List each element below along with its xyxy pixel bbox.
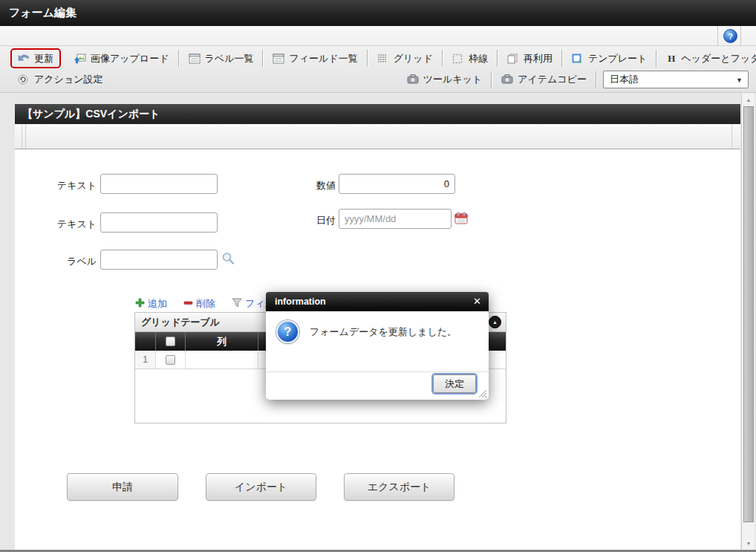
toolbar-separator [497,50,498,67]
toolbar-button-border[interactable]: 枠線 [445,48,495,68]
list-icon [273,53,284,64]
template-icon [572,53,584,64]
toolbar-button-header-footer[interactable]: H ヘッダーとフッター [659,48,756,68]
toolbar-separator [442,50,443,67]
toolbar-right-cluster: ツールキット アイテムコピー 日本語 ▼ [400,70,749,90]
toolbar-button-template[interactable]: テンプレート [564,48,655,68]
grid-icon [377,53,389,64]
toolbar-button-label: フィールド一覧 [289,52,357,65]
number-input[interactable] [339,174,455,194]
submit-button[interactable]: 申請 [67,473,178,501]
row-cell[interactable] [186,351,258,368]
divider [740,26,741,46]
language-select-value: 日本語 [610,73,639,86]
vertical-scrollbar[interactable]: ▲ ▼ [741,93,755,550]
grid-delete-label: 削除 [196,297,215,311]
form-title-bar: 【サンプル】CSVインポート [15,104,740,124]
dialog-title-bar[interactable]: information ✕ [266,292,489,311]
toolbar-button-image-upload[interactable]: 画像アップロード [67,48,177,68]
toolbar-separator [491,71,492,88]
help-strip: ? [0,26,756,46]
toolbar-row-1: 更新 画像アップロード ラベル一覧 フィールド一覧 グリッ [10,48,756,69]
toolbar-separator [178,50,180,67]
help-icon: ? [723,29,737,43]
action-refresh-icon [18,74,30,85]
toolbar-separator [262,50,264,67]
grid-delete-link[interactable]: 削除 [183,297,215,311]
toolbar-button-reuse[interactable]: 再利用 [500,48,560,68]
update-arrow-icon [18,53,30,64]
grid-header-rownum [135,332,156,351]
toolbar-button-label: アイテムコピー [518,73,587,86]
toolbar-button-update[interactable]: 更新 [10,48,61,68]
help-button[interactable]: ? [723,29,737,43]
form-title: 【サンプル】CSVインポート [22,108,160,121]
minus-icon [183,298,193,310]
field-label-text1: テキスト [30,179,97,192]
field-label-number: 数値 [297,179,336,192]
window-title: フォーム編集 [9,6,76,20]
date-input[interactable] [339,209,452,229]
calendar-icon[interactable] [454,212,468,227]
dashed-border-icon [452,53,464,64]
toolbar-area: ? 更新 画像アップロード ラベル一覧 フィールド一覧 [0,26,756,93]
grid-add-link[interactable]: 追加 [135,297,167,311]
dialog-message: フォームデータを更新しました。 [310,325,457,339]
row-checkbox[interactable] [166,355,175,365]
scroll-down-button[interactable]: ▼ [743,537,755,549]
divider [717,26,718,46]
toolbar-button-label: ツールキット [423,73,483,86]
dialog-body: ? フォームデータを更新しました。 [266,311,489,352]
form-subheader [15,124,740,149]
ok-button[interactable]: 決定 [433,374,476,393]
toolbar-row-2: アクション設定 ツールキット アイテムコピー 日本語 ▼ [10,69,749,90]
language-select[interactable]: 日本語 ▼ [603,71,749,88]
copy-page-icon [507,53,519,64]
filter-funnel-icon [232,298,242,310]
toolbar-button-label: グリッド [394,52,433,65]
row-number: 1 [135,351,156,368]
image-upload-icon [74,53,86,64]
collapse-button[interactable]: ▲ [489,316,501,328]
list-icon [189,53,201,64]
import-button[interactable]: インポート [206,473,316,501]
field-label-date: 日付 [304,214,336,227]
toolbar-button-label: 画像アップロード [91,52,169,65]
toolbar-button-field-list[interactable]: フィールド一覧 [265,48,365,68]
toolbar-button-grid[interactable]: グリッド [370,48,440,68]
toolbar-separator [561,50,563,67]
label-lookup-input[interactable] [100,250,218,270]
scrollbar-thumb[interactable] [743,106,754,522]
toolbar-button-toolkit[interactable]: ツールキット [400,70,490,90]
text1-input[interactable] [100,174,218,194]
plus-icon [135,298,145,310]
chevron-down-icon: ▼ [736,77,743,84]
information-dialog: information ✕ ? フォームデータを更新しました。 決定 [266,292,489,400]
window-title-bar: フォーム編集 [0,0,756,26]
export-button[interactable]: エクスポート [344,473,454,501]
select-all-checkbox[interactable] [166,337,175,346]
dialog-footer: 決定 [266,371,489,400]
toolbar-button-label: ヘッダーとフッター [681,52,756,65]
toolbar-separator [596,71,597,88]
search-icon[interactable] [221,252,235,268]
close-icon[interactable]: ✕ [473,296,481,307]
info-question-icon: ? [276,320,299,343]
divider [731,124,732,149]
toolbar-button-label: ラベル一覧 [205,52,254,65]
scroll-up-button[interactable]: ▲ [743,94,755,105]
text2-input[interactable] [100,212,218,233]
grid-header-checkbox-cell [156,332,186,351]
field-label-text2: テキスト [30,218,97,231]
briefcase-icon [407,74,419,85]
dialog-title: information [275,296,326,307]
toolbar-button-label: アクション設定 [34,73,103,86]
toolbar-button-label-list[interactable]: ラベル一覧 [181,48,261,68]
toolbar-button-label: 枠線 [469,52,488,65]
toolbar-separator [367,50,368,67]
grid-add-label: 追加 [148,297,167,311]
toolbar-button-label: 再利用 [524,52,553,65]
header-footer-h-icon: H [666,53,677,65]
toolbar-button-action-settings[interactable]: アクション設定 [10,70,111,90]
toolbar-button-item-copy[interactable]: アイテムコピー [494,70,594,90]
